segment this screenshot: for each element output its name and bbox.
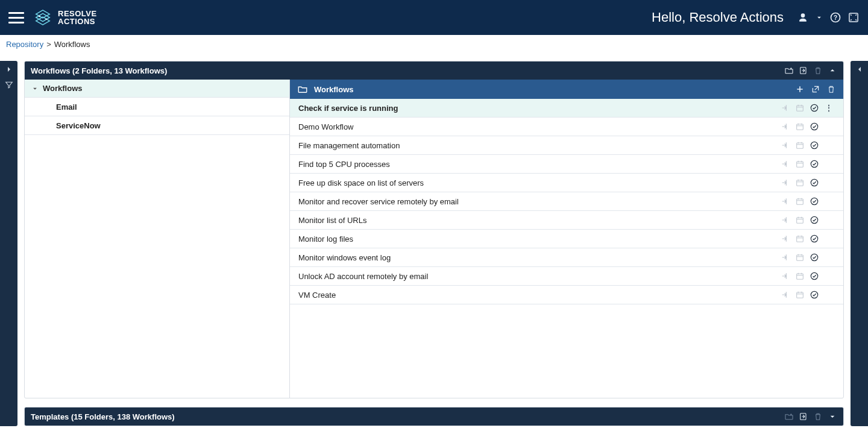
check-circle-icon[interactable] bbox=[810, 103, 819, 113]
svg-rect-16 bbox=[797, 199, 804, 204]
run-icon[interactable] bbox=[781, 253, 790, 262]
check-circle-icon[interactable] bbox=[810, 215, 819, 225]
svg-rect-24 bbox=[797, 274, 804, 279]
check-circle-icon[interactable] bbox=[810, 271, 819, 281]
svg-rect-18 bbox=[797, 218, 804, 223]
run-icon[interactable] bbox=[781, 234, 790, 244]
left-rail bbox=[0, 61, 17, 426]
import-icon[interactable] bbox=[799, 66, 808, 75]
check-circle-icon[interactable] bbox=[810, 290, 819, 300]
run-icon[interactable] bbox=[781, 290, 790, 300]
check-circle-icon[interactable] bbox=[810, 253, 819, 262]
trash-icon[interactable] bbox=[813, 66, 823, 75]
workflow-name: Monitor windows event log bbox=[298, 253, 781, 262]
svg-rect-8 bbox=[797, 124, 804, 130]
workflow-row[interactable]: Check if service is running⋮ bbox=[290, 99, 843, 118]
schedule-icon[interactable] bbox=[795, 178, 805, 187]
breadcrumb-separator: > bbox=[46, 40, 51, 49]
run-icon[interactable] bbox=[781, 197, 790, 206]
schedule-icon[interactable] bbox=[795, 271, 805, 281]
tree-folder-label: Email bbox=[56, 102, 77, 112]
run-icon[interactable] bbox=[781, 159, 790, 169]
svg-rect-22 bbox=[797, 255, 804, 260]
filter-icon[interactable] bbox=[4, 80, 14, 90]
svg-text:?: ? bbox=[834, 14, 837, 21]
schedule-icon[interactable] bbox=[795, 234, 805, 244]
schedule-icon[interactable] bbox=[795, 140, 805, 150]
svg-point-23 bbox=[811, 254, 817, 260]
workflow-row[interactable]: Unlock AD account remotely by email bbox=[290, 267, 843, 286]
menu-hamburger-button[interactable] bbox=[8, 9, 24, 27]
workflow-name: Monitor list of URLs bbox=[298, 216, 781, 225]
chevron-left-icon[interactable] bbox=[855, 64, 864, 74]
schedule-icon[interactable] bbox=[795, 103, 805, 113]
tree-folder-item[interactable]: ServiceNow bbox=[25, 116, 289, 135]
workflow-row[interactable]: Find top 5 CPU processes bbox=[290, 155, 843, 174]
check-circle-icon[interactable] bbox=[810, 159, 819, 169]
workflow-name: Find top 5 CPU processes bbox=[298, 160, 781, 169]
add-icon[interactable] bbox=[795, 84, 805, 94]
run-icon[interactable] bbox=[781, 215, 790, 225]
svg-point-1 bbox=[45, 19, 46, 20]
svg-point-27 bbox=[811, 291, 817, 298]
expand-icon[interactable] bbox=[828, 412, 837, 421]
svg-rect-14 bbox=[797, 180, 804, 186]
row-actions bbox=[781, 253, 819, 262]
tree-root-label: Workflows bbox=[43, 84, 83, 93]
workflow-row[interactable]: File management automation bbox=[290, 136, 843, 155]
check-circle-icon[interactable] bbox=[810, 234, 819, 244]
workflow-row[interactable]: Free up disk space on list of servers bbox=[290, 174, 843, 192]
list-header: Workflows bbox=[290, 80, 843, 99]
run-icon[interactable] bbox=[781, 103, 790, 113]
workflow-row[interactable]: VM Create bbox=[290, 286, 843, 304]
workflow-name: Monitor and recover service remotely by … bbox=[298, 197, 781, 206]
run-icon[interactable] bbox=[781, 271, 790, 281]
trash-icon[interactable] bbox=[826, 84, 836, 94]
svg-point-25 bbox=[811, 272, 817, 279]
open-external-icon[interactable] bbox=[811, 84, 820, 94]
schedule-icon[interactable] bbox=[795, 215, 805, 225]
workflow-name: VM Create bbox=[298, 291, 781, 300]
schedule-icon[interactable] bbox=[795, 159, 805, 169]
workflow-row[interactable]: Monitor list of URLs bbox=[290, 211, 843, 230]
check-circle-icon[interactable] bbox=[810, 178, 819, 187]
tree-folder-item[interactable]: Email bbox=[25, 98, 289, 116]
breadcrumb-root[interactable]: Repository bbox=[6, 40, 43, 49]
fullscreen-icon[interactable] bbox=[848, 11, 860, 24]
workflow-name: Monitor log files bbox=[298, 234, 781, 244]
check-circle-icon[interactable] bbox=[810, 197, 819, 206]
workflows-panel-header: Workflows (2 Folders, 13 Workflows) bbox=[25, 61, 843, 80]
workflow-row[interactable]: Demo Workflow bbox=[290, 118, 843, 136]
new-folder-icon[interactable] bbox=[784, 66, 794, 75]
schedule-icon[interactable] bbox=[795, 290, 805, 300]
workflow-row[interactable]: Monitor and recover service remotely by … bbox=[290, 192, 843, 211]
chevron-right-icon[interactable] bbox=[4, 64, 14, 74]
tree-root[interactable]: Workflows bbox=[25, 80, 289, 98]
trash-icon[interactable] bbox=[813, 412, 823, 421]
schedule-icon[interactable] bbox=[795, 197, 805, 206]
check-circle-icon[interactable] bbox=[810, 122, 819, 131]
schedule-icon[interactable] bbox=[795, 122, 805, 131]
row-actions bbox=[781, 197, 819, 206]
app-logo[interactable]: RESOLVE ACTIONS bbox=[34, 8, 97, 27]
run-icon[interactable] bbox=[781, 178, 790, 187]
user-icon[interactable] bbox=[797, 11, 809, 24]
row-actions bbox=[781, 159, 819, 169]
import-icon[interactable] bbox=[799, 412, 808, 421]
schedule-icon[interactable] bbox=[795, 253, 805, 262]
list-header-title: Workflows bbox=[314, 85, 354, 94]
chevron-down-icon[interactable] bbox=[815, 13, 823, 22]
new-folder-icon[interactable] bbox=[784, 412, 794, 421]
chevron-down-icon bbox=[31, 84, 39, 93]
collapse-icon[interactable] bbox=[828, 66, 837, 75]
workflow-row[interactable]: Monitor windows event log bbox=[290, 248, 843, 267]
workflow-row[interactable]: Monitor log files bbox=[290, 230, 843, 248]
run-icon[interactable] bbox=[781, 122, 790, 131]
workflow-name: Unlock AD account remotely by email bbox=[298, 272, 781, 281]
list-column: Workflows Check if service is running⋮De… bbox=[290, 80, 843, 398]
run-icon[interactable] bbox=[781, 140, 790, 150]
svg-point-11 bbox=[811, 142, 817, 148]
help-icon[interactable]: ? bbox=[829, 11, 841, 24]
row-more-button[interactable]: ⋮ bbox=[823, 104, 835, 112]
check-circle-icon[interactable] bbox=[810, 140, 819, 150]
